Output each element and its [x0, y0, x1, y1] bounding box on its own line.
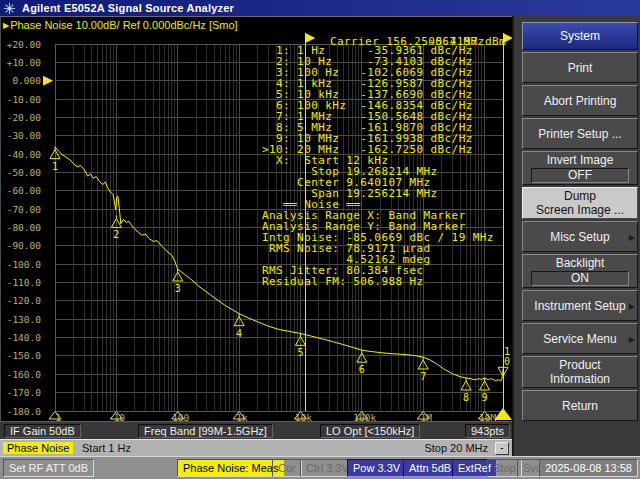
marker-1-number: 1: [52, 161, 58, 172]
band-marker-flag-icon: [305, 33, 315, 43]
statusbar-attn-5db: Attn 5dB: [403, 459, 457, 477]
y-tick-label: -20.00: [7, 112, 42, 123]
softkey-label: Printer Setup ...: [538, 127, 621, 141]
y-tick-label: -160.0: [7, 369, 42, 380]
agilent-spark-icon: [3, 2, 16, 15]
softkey-backlight[interactable]: BacklightON: [522, 254, 638, 288]
marker-6-number: 6: [359, 364, 365, 375]
marker-3-number: 3: [175, 283, 181, 294]
y-tick-label: -50.00: [7, 167, 42, 178]
y-tick-label: -100.0: [7, 259, 42, 270]
y-tick-label: -30.00: [7, 130, 42, 141]
status-field-if-gain-50db: IF Gain 50dB: [4, 424, 81, 438]
softkey-state-value: ON: [531, 271, 629, 286]
marker-4-number: 4: [236, 328, 242, 339]
softkey-misc-setup[interactable]: Misc Setup▶: [522, 221, 638, 252]
y-tick-label: -180.0: [7, 406, 42, 417]
softkey-menu: System PrintAbort PrintingPrinter Setup …: [512, 16, 640, 456]
status-field-freq-band-99m-1-5ghz: Freq Band [99M-1.5GHz]: [138, 424, 273, 438]
statusbar-set-rf-att-0db[interactable]: Set RF ATT 0dB: [3, 459, 94, 477]
statusbar-phase-noise-meas[interactable]: Phase Noise: Meas: [177, 459, 284, 477]
y-tick-label: -130.0: [7, 314, 42, 325]
y-tick-label: -70.00: [7, 204, 42, 215]
reference-level-arrow-icon: [43, 76, 53, 86]
marker-8-number: 8: [463, 392, 469, 403]
marker-2-number: 2: [113, 229, 119, 240]
sweep-status-bar: Phase Noise Start 1 Hz Stop 20 MHz -: [0, 439, 512, 457]
statusbar-pow-3-3v: Pow 3.3V: [347, 459, 406, 477]
y-tick-label: -10.00: [7, 94, 42, 105]
softkey-abort-printing[interactable]: Abort Printing: [522, 85, 638, 116]
softkey-print[interactable]: Print: [522, 52, 638, 83]
softkey-label: Misc Setup: [550, 230, 609, 244]
measurement-display: +20.00+10.000.000-10.00-20.00-30.00-40.0…: [0, 16, 512, 456]
y-tick-label: -90.00: [7, 240, 42, 251]
statusbar-2025-08-08-13-58: 2025-08-08 13:58: [539, 459, 638, 477]
softkey-label: Abort Printing: [544, 94, 617, 108]
softkey-label: Information: [550, 372, 610, 386]
y-tick-label: 0.000: [12, 75, 41, 86]
softkey-label: Instrument Setup: [534, 299, 625, 313]
y-tick-label: -60.00: [7, 185, 42, 196]
submenu-arrow-icon: ▶: [629, 301, 635, 310]
softkey-menu-title: System: [522, 22, 638, 50]
y-tick-label: +10.00: [7, 57, 42, 68]
sweep-start-label: Start 1 Hz: [82, 442, 131, 454]
trace-header-label: Phase Noise 10.00dB/ Ref 0.000dBc/Hz [Sm…: [10, 19, 237, 31]
marker-7-number: 7: [420, 371, 426, 382]
softkey-instrument-setup[interactable]: Instrument Setup▶: [522, 290, 638, 321]
softkey-label: Print: [568, 61, 593, 75]
softkey-dump-screen-image[interactable]: DumpScreen Image ...: [522, 187, 638, 219]
submenu-arrow-icon: ▶: [629, 334, 635, 343]
softkey-label: Backlight: [556, 256, 605, 270]
y-tick-label: -110.0: [7, 277, 42, 288]
softkey-label: Screen Image ...: [536, 203, 624, 217]
softkey-return[interactable]: Return: [522, 390, 638, 421]
sweep-stop-label: Stop 20 MHz: [424, 442, 488, 454]
marker-9-number: 9: [482, 392, 488, 403]
softkey-printer-setup[interactable]: Printer Setup ...: [522, 118, 638, 149]
softkey-label: Invert Image: [547, 153, 614, 167]
status-field-lo-opt-150khz: LO Opt [<150kHz]: [320, 424, 420, 438]
softkey-invert-image[interactable]: Invert ImageOFF: [522, 151, 638, 185]
marker-10-number: 0: [504, 356, 510, 367]
status-field-943pts: 943pts: [465, 424, 510, 438]
y-tick-label: -170.0: [7, 387, 42, 398]
y-tick-label: -120.0: [7, 295, 42, 306]
y-tick-label: -150.0: [7, 350, 42, 361]
softkey-service-menu[interactable]: Service Menu▶: [522, 323, 638, 354]
softkey-state-value: OFF: [531, 168, 629, 183]
title-bar: Agilent E5052A Signal Source Analyzer: [0, 0, 640, 16]
trace-pointer-icon: ▶: [3, 21, 9, 30]
y-tick-label: +20.00: [7, 39, 42, 50]
hardware-status-bar: IF Gain 50dBFreq Band [99M-1.5GHz]LO Opt…: [0, 421, 512, 440]
softkey-label: Return: [562, 399, 598, 413]
y-tick-label: -140.0: [7, 332, 42, 343]
y-tick-label: -80.00: [7, 222, 42, 233]
system-status-bar: Set RF ATT 0dBPhase Noise: MeasCorCtrl 3…: [0, 456, 640, 479]
window-title: Agilent E5052A Signal Source Analyzer: [22, 2, 234, 14]
softkey-label: Dump: [564, 189, 596, 203]
instrument-screen: Agilent E5052A Signal Source Analyzer +2…: [0, 0, 640, 479]
active-trace-chip[interactable]: Phase Noise: [3, 442, 73, 454]
marker-readout-table: 1: 1 Hz -35.9361 dBc/Hz 2: 10 Hz -73.410…: [262, 45, 494, 287]
softkey-label: Product: [559, 358, 600, 372]
softkey-label: Service Menu: [543, 332, 616, 346]
collapse-button[interactable]: -: [495, 442, 509, 455]
submenu-arrow-icon: ▶: [629, 232, 635, 241]
softkey-product-information[interactable]: ProductInformation: [522, 356, 638, 388]
trace-header[interactable]: ▶Phase Noise 10.00dB/ Ref 0.000dBc/Hz [S…: [3, 19, 238, 31]
marker-5-number: 5: [297, 347, 303, 358]
statusbar-cor: Cor: [272, 459, 302, 477]
y-tick-label: -40.00: [7, 149, 42, 160]
